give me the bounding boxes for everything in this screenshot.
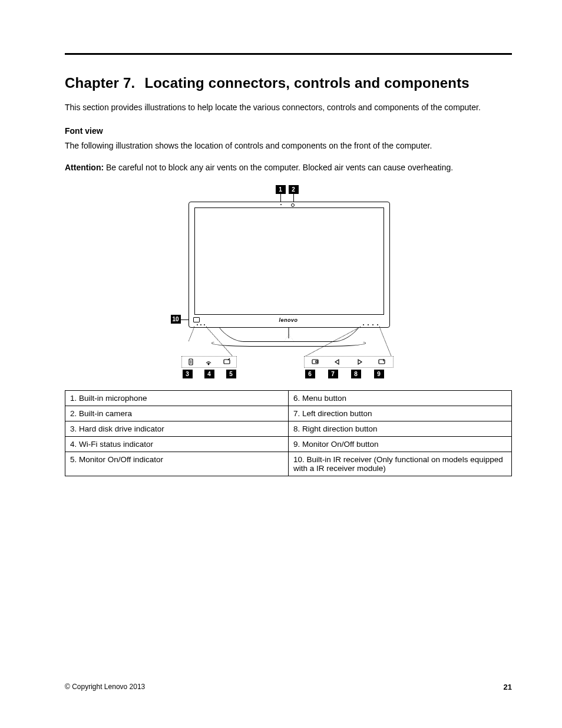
callout-1: 1 <box>276 185 286 194</box>
stand-neck <box>288 328 289 338</box>
legend-cell: 1. Built-in microphone <box>65 390 289 406</box>
legend-cell: 2. Built-in camera <box>65 406 289 421</box>
legend-cell: 5. Monitor On/Off indicator <box>65 452 289 476</box>
table-row: 4. Wi-Fi status indicator 9. Monitor On/… <box>65 436 512 452</box>
svg-marker-7 <box>335 360 339 364</box>
monitor-indicator-icon <box>222 358 232 366</box>
attention-text: Be careful not to block any air vents on… <box>106 163 453 172</box>
svg-point-2 <box>209 364 210 365</box>
legend-cell: 9. Monitor On/Off button <box>289 436 512 452</box>
callout-6: 6 <box>305 370 315 378</box>
svg-rect-6 <box>316 361 318 363</box>
hdd-indicator-icon <box>186 358 196 366</box>
front-view-figure: 1 2 10 lenovo <box>171 185 406 380</box>
svg-marker-8 <box>358 360 362 364</box>
legend-cell: 4. Wi-Fi status indicator <box>65 436 289 452</box>
legend-table: 1. Built-in microphone 6. Menu button 2.… <box>65 390 512 476</box>
callout-8: 8 <box>351 370 361 378</box>
zoom-leader <box>379 327 391 356</box>
bezel-dot <box>368 324 369 325</box>
bezel-dot <box>197 324 198 325</box>
section-intro: The following illustration shows the loc… <box>65 140 512 151</box>
section-heading: Font view <box>65 126 512 136</box>
svg-rect-3 <box>224 360 230 364</box>
zoom-leader <box>188 327 194 341</box>
document-page: Chapter 7.Locating connectors, controls … <box>0 0 562 728</box>
left-arrow-icon <box>332 358 343 366</box>
callout-9: 9 <box>374 370 384 378</box>
power-button-icon <box>376 358 387 366</box>
attention-label: Attention: <box>65 163 104 172</box>
wifi-indicator-icon <box>203 358 214 366</box>
bezel-dot <box>204 324 205 325</box>
table-row: 2. Built-in camera 7. Left direction but… <box>65 406 512 421</box>
callout-row-left: 3 4 5 <box>183 370 236 378</box>
table-row: 3. Hard disk drive indicator 8. Right di… <box>65 421 512 436</box>
bezel-dot <box>372 324 373 325</box>
legend-cell: 10. Built-in IR receiver (Only functiona… <box>289 452 512 476</box>
callout-5: 5 <box>226 370 236 378</box>
microphone-icon <box>280 204 282 205</box>
intro-paragraph: This section provides illustrations to h… <box>65 102 512 113</box>
callout-row-right: 6 7 8 9 <box>305 370 384 378</box>
table-row: 5. Monitor On/Off indicator 10. Built-in… <box>65 452 512 476</box>
monitor-screen <box>194 207 384 315</box>
copyright-text: © Copyright Lenovo 2013 <box>65 683 145 691</box>
callout-2: 2 <box>289 185 299 194</box>
page-number: 21 <box>504 683 512 691</box>
callout-3: 3 <box>183 370 193 378</box>
chapter-title: Chapter 7.Locating connectors, controls … <box>65 75 512 91</box>
legend-cell: 6. Menu button <box>289 390 512 406</box>
page-footer: © Copyright Lenovo 2013 21 <box>65 683 512 691</box>
chapter-label: Chapter 7. <box>65 75 135 91</box>
header-rule <box>65 53 512 55</box>
callout-7: 7 <box>328 370 338 378</box>
stand-base <box>211 340 366 347</box>
brand-logo: lenovo <box>171 317 406 323</box>
legend-cell: 8. Right direction button <box>289 421 512 436</box>
right-arrow-icon <box>354 358 365 366</box>
chapter-name: Locating connectors, controls and compon… <box>144 75 470 91</box>
bezel-dot <box>377 324 378 325</box>
attention-paragraph: Attention: Be careful not to block any a… <box>65 162 512 173</box>
callout-4: 4 <box>204 370 214 378</box>
legend-cell: 7. Left direction button <box>289 406 512 421</box>
figure-container: 1 2 10 lenovo <box>65 185 512 380</box>
menu-button-icon <box>310 358 320 366</box>
bezel-dot <box>363 324 364 325</box>
legend-cell: 3. Hard disk drive indicator <box>65 421 289 436</box>
camera-icon <box>291 203 295 207</box>
table-row: 1. Built-in microphone 6. Menu button <box>65 390 512 406</box>
bezel-dot <box>200 324 201 325</box>
detail-view-left <box>181 356 237 368</box>
detail-view-right <box>304 356 394 368</box>
